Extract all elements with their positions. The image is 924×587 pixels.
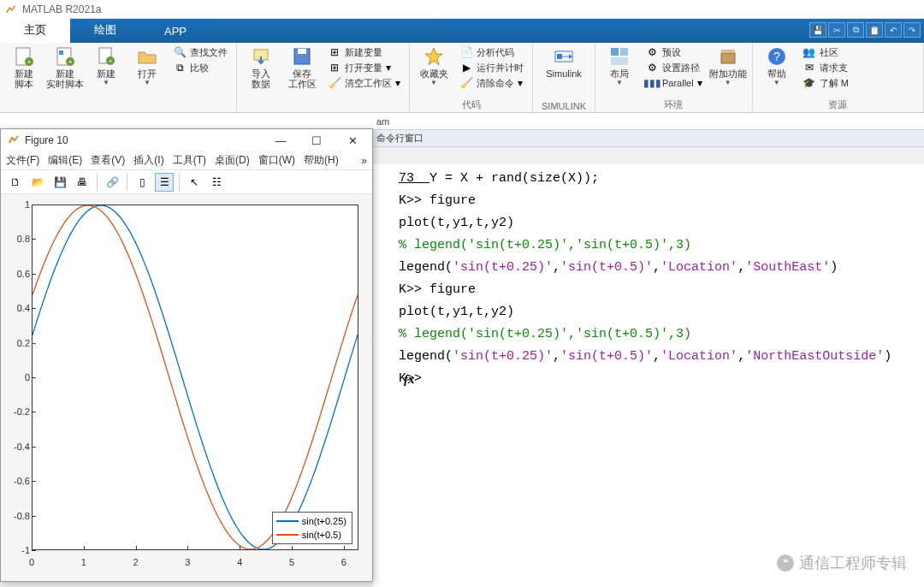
menu-help[interactable]: 帮助(H) [300,151,342,169]
run-time-icon: ▶ [459,61,473,74]
svg-rect-18 [620,48,628,56]
qat-redo-icon[interactable]: ↷ [903,22,921,38]
legend-line-icon [276,534,299,536]
separator [127,174,127,191]
menu-desktop[interactable]: 桌面(D) [211,151,253,169]
compare-button[interactable]: ⧉ 比较 [169,60,231,75]
parallel-button[interactable]: ▮▮▮ Parallel ▾ [642,75,706,91]
favorites-button[interactable]: 收藏夹 ▼ [415,44,453,88]
legend[interactable]: sin(t+0.25) sin(t+0.5) [272,512,352,544]
maximize-button[interactable]: ☐ [304,134,329,147]
figure-menubar: 文件(F) 编辑(E) 查看(V) 插入(I) 工具(T) 桌面(D) 窗口(W… [1,151,372,170]
svg-text:?: ? [773,50,780,63]
open-figure-icon[interactable]: 📂 [28,173,47,192]
svg-text:+: + [68,58,73,66]
property-inspector-icon[interactable]: ☷ [207,173,226,192]
figure-titlebar[interactable]: Figure 10 — ☐ ✕ [1,129,372,151]
axes[interactable]: sin(t+0.25) sin(t+0.5) [32,205,358,550]
run-and-time-button[interactable]: ▶ 运行并计时 [456,60,527,75]
section-label-code: 代码 [410,98,532,111]
menu-insert[interactable]: 插入(I) [130,151,167,169]
x-tick-label: 0 [29,557,34,567]
find-files-button[interactable]: 🔍 查找文件 [169,44,231,60]
addons-icon [718,46,738,67]
caret-icon: ▾ [386,62,391,74]
colorbar-icon[interactable]: ▯ [133,173,151,192]
svg-rect-20 [721,53,735,63]
new-script-icon: + [14,46,34,67]
svg-rect-12 [298,49,306,54]
new-variable-button[interactable]: ⊞ 新建变量 [324,44,404,60]
qat-paste-icon[interactable]: 📋 [866,22,883,38]
legend-icon[interactable]: ☰ [155,173,174,192]
minimize-button[interactable]: — [268,134,293,147]
path-bar[interactable]: am [0,113,924,130]
new-figure-icon[interactable]: 🗋 [6,173,25,192]
new-script-button[interactable]: + 新建 脚本 [5,44,43,91]
menu-tools[interactable]: 工具(T) [169,151,210,169]
new-live-script-button[interactable]: + 新建 实时脚本 [46,44,84,91]
close-button[interactable]: ✕ [340,134,365,147]
tab-plots[interactable]: 绘图 [70,17,140,43]
import-data-button[interactable]: 导入 数据 [242,44,280,91]
quick-access-toolbar: 💾 ✂ ⧉ 📋 ↶ ↷ [809,22,921,38]
help-button[interactable]: ? 帮助 ▼ [758,44,796,88]
qat-undo-icon[interactable]: ↶ [885,22,902,38]
clear-commands-button[interactable]: 🧹 清除命令 ▾ [456,75,527,91]
edit-plot-icon[interactable]: ↖ [185,173,204,192]
x-tick-label: 5 [289,557,294,567]
x-tick-label: 3 [185,557,190,567]
menu-more-icon[interactable]: » [358,153,370,169]
qat-cut-icon[interactable]: ✂ [828,22,845,38]
y-tick-label: 1 [4,199,30,210]
save-workspace-button[interactable]: 保存 工作区 [283,44,321,91]
preferences-button[interactable]: ⚙ 预设 [642,44,706,60]
y-tick-label: -0.2 [4,406,30,417]
y-tick-label: 0 [4,372,30,382]
menu-window[interactable]: 窗口(W) [255,151,299,169]
menu-view[interactable]: 查看(V) [87,151,128,169]
menu-edit[interactable]: 编辑(E) [44,151,86,169]
learn-matlab-button[interactable]: 🎓 了解 M [799,75,852,91]
svg-rect-17 [611,48,619,56]
request-support-button[interactable]: ✉ 请求支 [799,60,852,75]
main-tabbar: 主页 绘图 APP 💾 ✂ ⧉ 📋 ↶ ↷ [0,19,924,43]
caret-icon: ▼ [616,79,623,86]
fx-icon[interactable]: fx [404,368,415,390]
layout-button[interactable]: 布局 ▼ [601,44,638,88]
tab-apps[interactable]: APP [140,20,210,43]
svg-rect-4 [59,50,63,55]
tab-home[interactable]: 主页 [0,17,70,43]
matlab-figure-icon [8,133,20,148]
legend-entry-2[interactable]: sin(t+0.5) [276,528,346,542]
x-tick-label: 6 [341,557,346,567]
legend-entry-1[interactable]: sin(t+0.25) [276,514,346,528]
svg-text:+: + [27,58,32,66]
link-icon[interactable]: 🔗 [103,173,121,192]
x-tick-label: 1 [81,557,86,567]
figure-toolbar: 🗋 📂 💾 🖶 🔗 ▯ ☰ ↖ ☷ [1,170,372,194]
set-path-button[interactable]: ⚙ 设置路径 [642,60,706,75]
qat-copy-icon[interactable]: ⧉ [847,22,864,38]
menu-file[interactable]: 文件(F) [3,151,43,169]
analyze-icon: 📄 [459,45,473,59]
new-button[interactable]: + 新建 ▼ [87,44,125,88]
path-icon: ⚙ [645,61,659,74]
series-line [33,205,358,549]
community-button[interactable]: 👥 社区 [799,44,852,60]
y-tick-label: 0.6 [4,269,30,279]
figure-title: Figure 10 [25,134,68,146]
open-button[interactable]: 打开 ▼ [128,44,166,88]
qat-save-icon[interactable]: 💾 [809,22,826,38]
analyze-code-button[interactable]: 📄 分析代码 [456,44,527,60]
simulink-button[interactable]: Simulink [538,44,589,80]
print-icon[interactable]: 🖶 [73,173,92,192]
figure-axes-area[interactable]: sin(t+0.25) sin(t+0.5) -1-0.8-0.6-0.4-0.… [1,194,372,581]
app-titlebar: MATLAB R2021a [0,0,924,19]
save-figure-icon[interactable]: 💾 [50,173,69,192]
clear-workspace-button[interactable]: 🧹 清空工作区 ▾ [324,75,404,91]
open-variable-button[interactable]: ⊞ 打开变量 ▾ [324,60,404,75]
addons-button[interactable]: 附加功能 ▼ [709,44,747,88]
command-window[interactable]: 73 Y = X + rand(size(X)); K>> figure plo… [373,164,924,587]
svg-rect-21 [721,50,735,53]
